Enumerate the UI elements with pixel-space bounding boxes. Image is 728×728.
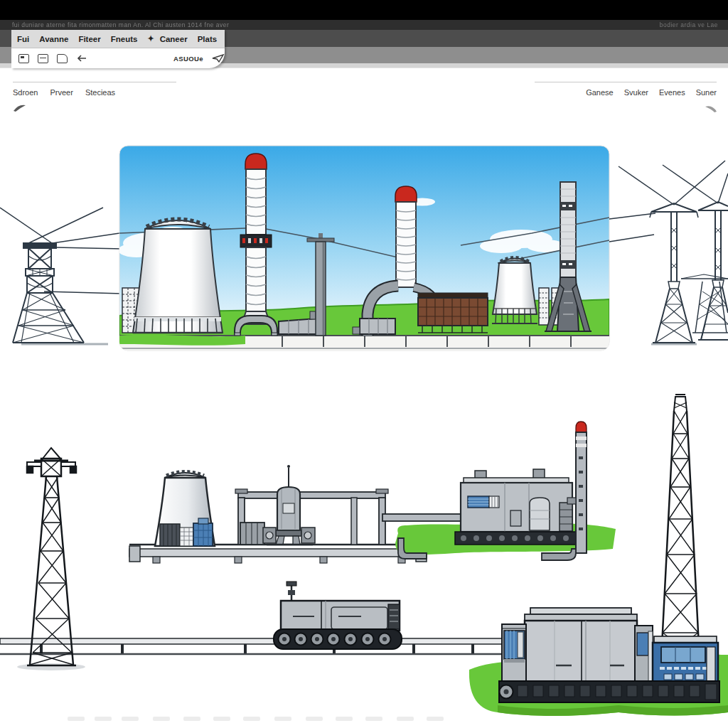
document-icon[interactable] [38, 54, 48, 63]
nav-item[interactable]: Svuker [624, 88, 648, 97]
nav-divider-left [13, 82, 176, 82]
right-lattice-tower [660, 395, 701, 660]
window-icon[interactable] [18, 54, 29, 63]
menu-panel: Fui Avanne Fiteer Fneuts ✦ Caneer Plats … [11, 30, 225, 68]
plant-illustration-panel [118, 146, 609, 350]
platform [129, 545, 427, 563]
nav-item[interactable]: Ganese [586, 88, 614, 97]
window-title-bar: fui duniare aterne fita rimonmatten man … [0, 20, 728, 30]
nav-divider-right [535, 82, 717, 82]
left-lattice-tower [17, 448, 85, 670]
menu-item[interactable]: Plats [198, 35, 218, 43]
titlebar-text-left: fui duniare aterne fita rimonmatten man … [12, 20, 229, 30]
menu-item[interactable]: Caneer [160, 35, 188, 43]
left-transmission-pylon [0, 208, 122, 344]
middle-cooling-tower [155, 472, 215, 547]
menu-item[interactable]: Fui [17, 35, 29, 43]
menu-glyph-icon: ✦ [147, 34, 154, 43]
folder-icon[interactable] [57, 54, 68, 63]
tracked-vehicle [274, 582, 402, 649]
cooling-tower-large [133, 220, 223, 333]
cooling-tower-small [492, 258, 537, 324]
titlebar-text-right: bodier ardia ve Lae [660, 20, 718, 30]
nav-item[interactable]: Evenes [659, 88, 685, 97]
right-transmission-pylons [609, 161, 728, 344]
swoosh-icon-right [704, 103, 718, 113]
guardrail [0, 638, 526, 654]
menu-item[interactable]: Fneuts [111, 35, 138, 43]
main-scene [0, 142, 728, 355]
nav-right: Ganese Svuker Evenes Suner [0, 88, 717, 97]
menu-item[interactable]: Fiteer [78, 35, 100, 43]
middle-building [455, 469, 576, 545]
swoosh-icon-left [13, 102, 27, 112]
send-plane-icon[interactable] [212, 54, 225, 63]
window-top-bar [0, 0, 728, 20]
lower-scene [0, 391, 728, 728]
toolbar: ASUOUe [11, 48, 232, 68]
nav-item[interactable]: Suner [696, 88, 717, 97]
back-arrow-icon[interactable] [76, 54, 87, 63]
menu-item[interactable]: Avanne [39, 35, 68, 43]
ghost-text [68, 717, 444, 721]
generator-building-complex [499, 608, 719, 702]
toolbar-right-label: ASUOUe [173, 55, 203, 63]
menu-bar: Fui Avanne Fiteer Fneuts ✦ Caneer Plats [11, 30, 225, 48]
